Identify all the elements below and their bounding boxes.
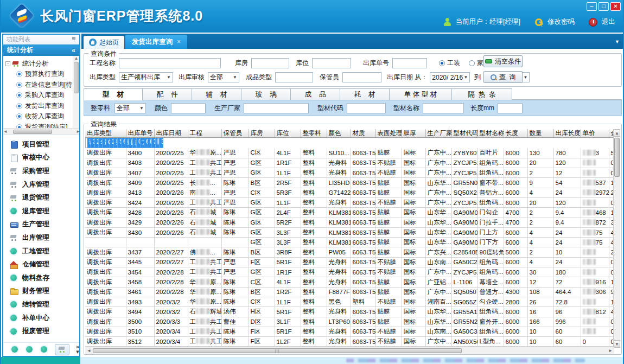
project-name-input[interactable]	[119, 58, 221, 68]
cell-wh[interactable]: G区	[249, 218, 275, 227]
cell-keeper[interactable]: 严思	[221, 158, 249, 168]
tree-item[interactable]: 在途信息查询[待	[5, 80, 79, 91]
cell-wp[interactable]: 整料	[301, 208, 327, 218]
cell-wh[interactable]: H区	[249, 307, 275, 317]
column-header[interactable]: 出库日期	[154, 129, 188, 138]
cell-outlen[interactable]: 24	[553, 227, 581, 237]
cell-mat[interactable]: 6063-T5	[351, 197, 375, 207]
cell-code[interactable]: AN50X50X2	[451, 337, 477, 347]
cell-film[interactable]: 国标	[402, 287, 425, 297]
cell-surf[interactable]: 贴膜	[375, 148, 402, 158]
cell-project[interactable]: 石城	[188, 227, 221, 237]
cell-project[interactable]: 石城	[188, 218, 221, 227]
column-header[interactable]: 保管员	[221, 129, 249, 138]
keeper-input[interactable]	[342, 72, 381, 82]
cell-outlen[interactable]: 780	[553, 148, 581, 158]
cell-type[interactable]: 调拨出库	[85, 168, 126, 178]
material-tab[interactable]: 配 件	[142, 88, 192, 100]
cell-wp[interactable]: 整料	[301, 247, 327, 257]
cell-type[interactable]: 调拨出库	[85, 158, 126, 168]
cell-type[interactable]: 调拨出库	[85, 148, 126, 158]
cell-name[interactable]: 组角码...	[477, 197, 504, 207]
scroll-left-icon[interactable]: ◄	[85, 347, 93, 354]
cell-film[interactable]: 国标	[402, 277, 425, 287]
cell-name[interactable]: 方管38...	[141, 138, 144, 148]
cell-name[interactable]: 门勾企	[477, 208, 504, 218]
tab-home[interactable]: 起始页	[84, 36, 124, 49]
cell-type[interactable]: 调拨出库	[87, 138, 91, 148]
cell-loc[interactable]: 1L1F	[275, 297, 301, 306]
cell-type[interactable]: 调拨出库	[85, 208, 126, 218]
cell-no[interactable]: 3428	[126, 208, 154, 218]
column-header[interactable]: 工程	[188, 129, 221, 138]
cell-mat[interactable]: 6063-T5	[351, 287, 375, 297]
cell-project[interactable]: 佛...	[188, 247, 221, 257]
cell-mat[interactable]: 6063-T5	[351, 188, 375, 197]
cell-name[interactable]: 普铝方...	[477, 188, 504, 197]
cell-mat[interactable]: 6063-T5	[351, 227, 375, 237]
cell-qty[interactable]: 130	[527, 148, 553, 158]
radio-gongzhuang[interactable]: 工装	[439, 59, 460, 68]
cell-surf[interactable]: 不贴膜	[375, 197, 402, 207]
cell-mat[interactable]: 6063-T5	[351, 238, 375, 247]
cell-name[interactable]: 普通方...	[477, 287, 504, 297]
cell-film[interactable]: 国标	[402, 267, 425, 277]
cell-wh[interactable]: G区	[249, 197, 275, 207]
cell-price[interactable]	[581, 317, 609, 327]
cell-outlen[interactable]: 36	[152, 138, 156, 148]
cell-type[interactable]: 调拨出库	[85, 297, 126, 306]
cell-keeper[interactable]: 曹佳	[221, 317, 249, 327]
cell-qty[interactable]: 10	[527, 327, 553, 336]
cell-keeper[interactable]: 陈琳	[221, 227, 249, 237]
material-tab[interactable]: 单 体 型 材	[389, 88, 452, 100]
cell-maker[interactable]: 山东华...	[425, 307, 451, 317]
cell-maker[interactable]: 山东华...	[425, 178, 451, 188]
cell-maker[interactable]: 山东华...	[425, 208, 451, 218]
tab-list-dropdown-icon[interactable]: ▼	[615, 39, 620, 44]
cell-price[interactable]: 812	[581, 307, 609, 317]
module-dot-icon[interactable]	[11, 346, 19, 353]
cell-type[interactable]: 调拨出库	[85, 218, 126, 227]
cell-surf[interactable]: 贴膜	[375, 188, 402, 197]
cell-len[interactable]: 6000	[504, 307, 527, 317]
cell-maker[interactable]: 广东中...	[425, 168, 451, 178]
cell-len[interactable]: 6000	[504, 188, 527, 197]
cell-price[interactable]: 708	[156, 138, 160, 148]
cell-no[interactable]: 3458	[126, 277, 154, 287]
tab-close-icon[interactable]: ×	[177, 38, 181, 46]
tab-shipment-query[interactable]: 发货出库查询 ×	[125, 35, 187, 49]
cell-no[interactable]: 3493	[126, 297, 154, 306]
cell-mat[interactable]: 6063-T5	[351, 178, 375, 188]
cell-no[interactable]: 3399	[91, 138, 95, 148]
table-row[interactable]: 调拨出库34032020/2/25工共工程严思G区1R1F整料光身料6063-T…	[85, 158, 614, 168]
module-dot-icon[interactable]	[40, 346, 48, 353]
cell-wh[interactable]: C区	[249, 148, 275, 158]
cell-qty[interactable]: 6	[148, 138, 152, 148]
scroll-right-icon[interactable]: ►	[607, 347, 614, 354]
cell-maker[interactable]: 广东中...	[425, 188, 451, 197]
cell-code[interactable]: C28540B	[451, 247, 477, 257]
cell-loc[interactable]: 2R5F	[275, 178, 301, 188]
sidebar-menu-item[interactable]: 出库管理	[3, 231, 79, 245]
minimize-button[interactable]: –	[587, 2, 597, 11]
cell-surf[interactable]: 不贴膜	[375, 327, 402, 336]
material-tab[interactable]: 玻 璃	[241, 88, 291, 100]
cell-type[interactable]: 调拨出库	[85, 317, 126, 327]
cell-wp[interactable]: 整料	[301, 267, 327, 277]
cell-wp[interactable]: 整料	[301, 197, 327, 207]
cell-mat[interactable]: 6063-T5	[351, 267, 375, 277]
cell-qty[interactable]: 2	[527, 247, 553, 257]
cell-loc[interactable]: 4L1F	[275, 148, 301, 158]
cell-color[interactable]: 光身料	[327, 327, 351, 336]
cell-surf[interactable]: 贴膜	[375, 287, 402, 297]
cell-qty[interactable]: 26	[527, 297, 553, 306]
cell-date[interactable]: 2020/2/28	[154, 287, 188, 297]
cell-film[interactable]: 国标	[402, 297, 425, 306]
cell-loc[interactable]: 1L2F	[275, 337, 301, 347]
cell-name[interactable]: 幕墙全...	[477, 277, 504, 287]
cell-no[interactable]: 3430	[126, 227, 154, 237]
column-header[interactable]: 材质	[351, 129, 375, 138]
sidebar-menu-item[interactable]: 项目管理	[3, 138, 79, 151]
cell-project[interactable]: 工共工程	[188, 168, 221, 178]
cell-film[interactable]: 国标	[402, 327, 425, 336]
